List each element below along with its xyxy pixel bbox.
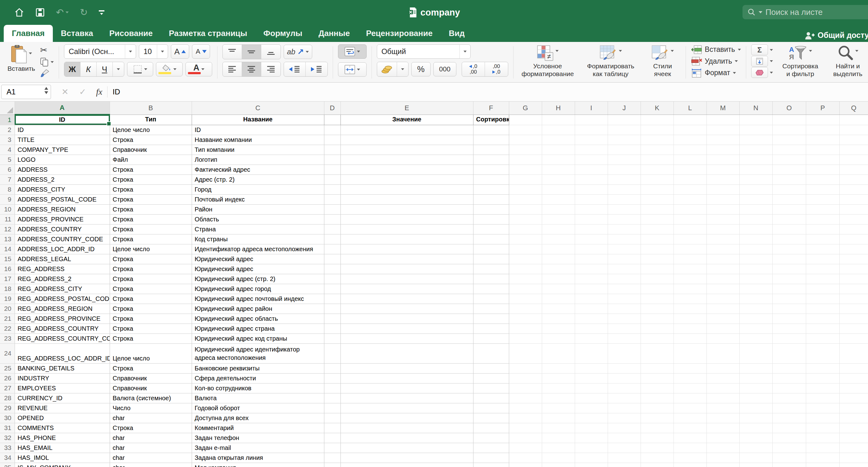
cell[interactable]	[324, 155, 340, 165]
cell[interactable]	[641, 155, 674, 165]
cell[interactable]	[608, 155, 641, 165]
cell[interactable]	[839, 174, 868, 185]
cell[interactable]	[542, 433, 575, 443]
cell[interactable]: Число	[110, 403, 192, 413]
cell[interactable]	[839, 294, 868, 304]
cell[interactable]	[707, 114, 739, 125]
cell[interactable]	[674, 373, 707, 383]
number-format-caret[interactable]	[460, 45, 470, 58]
cell[interactable]	[608, 135, 641, 145]
row-header[interactable]: 24	[0, 343, 14, 363]
row-header[interactable]: 11	[0, 214, 14, 224]
column-header[interactable]: L	[674, 102, 707, 114]
cell[interactable]: HAS_IMOL	[14, 453, 110, 463]
cell[interactable]: Целое число	[110, 244, 192, 254]
cell[interactable]	[324, 423, 340, 433]
cell[interactable]	[674, 433, 707, 443]
cell[interactable]	[641, 423, 674, 433]
row-header[interactable]: 3	[0, 135, 14, 145]
cell[interactable]	[608, 174, 641, 185]
cell[interactable]	[575, 204, 608, 214]
cell[interactable]	[542, 443, 575, 453]
cell[interactable]	[739, 254, 772, 264]
cell[interactable]	[542, 264, 575, 274]
cell[interactable]	[542, 204, 575, 214]
cell[interactable]	[739, 443, 772, 453]
cell[interactable]	[340, 403, 473, 413]
cell[interactable]	[674, 403, 707, 413]
cell[interactable]	[641, 185, 674, 194]
cell[interactable]: char	[110, 453, 192, 463]
cell[interactable]	[509, 114, 542, 125]
cell[interactable]	[739, 224, 772, 234]
cell[interactable]	[473, 264, 509, 274]
cell[interactable]: REG_ADDRESS_PROVINCE	[14, 313, 110, 324]
cell[interactable]	[641, 343, 674, 363]
cell[interactable]	[575, 224, 608, 234]
cell[interactable]	[641, 114, 674, 125]
cell[interactable]	[839, 185, 868, 194]
cell[interactable]	[324, 264, 340, 274]
cell[interactable]	[608, 185, 641, 194]
cell[interactable]: Код страны	[192, 234, 324, 244]
cell[interactable]	[473, 234, 509, 244]
cell[interactable]: Справочник	[110, 145, 192, 155]
ribbon-tab[interactable]: Главная	[4, 25, 53, 42]
cell[interactable]	[707, 343, 739, 363]
cell[interactable]	[575, 313, 608, 324]
row-header[interactable]: 16	[0, 264, 14, 274]
cell[interactable]	[340, 423, 473, 433]
cell[interactable]	[608, 244, 641, 254]
cell[interactable]	[707, 254, 739, 264]
cell[interactable]	[739, 135, 772, 145]
row-header[interactable]: 15	[0, 254, 14, 264]
cell[interactable]	[806, 185, 839, 194]
fill-down-caret[interactable]	[770, 60, 773, 62]
cell[interactable]	[739, 304, 772, 313]
cell[interactable]: INDUSTRY	[14, 373, 110, 383]
cell[interactable]	[839, 453, 868, 463]
cell[interactable]: Задана открытая линия	[192, 453, 324, 463]
cell[interactable]: Тип	[110, 114, 192, 125]
cell[interactable]	[575, 254, 608, 264]
cell[interactable]	[340, 294, 473, 304]
cell[interactable]: REG_ADDRESS_POSTAL_CODE	[14, 294, 110, 304]
borders-caret[interactable]	[144, 68, 147, 70]
cell[interactable]: Название	[192, 114, 324, 125]
cell[interactable]	[509, 155, 542, 165]
cell[interactable]	[707, 393, 739, 403]
row-header[interactable]: 35	[0, 463, 14, 467]
cell[interactable]	[839, 284, 868, 294]
cell[interactable]	[608, 254, 641, 264]
cell[interactable]	[839, 313, 868, 324]
cell[interactable]: COMMENTS	[14, 423, 110, 433]
column-header[interactable]: P	[806, 102, 839, 114]
cell[interactable]	[473, 214, 509, 224]
cell[interactable]	[839, 363, 868, 373]
cell[interactable]	[509, 145, 542, 155]
cell[interactable]	[806, 244, 839, 254]
cell[interactable]	[707, 383, 739, 393]
cell[interactable]	[473, 155, 509, 165]
cell[interactable]: Строка	[110, 174, 192, 185]
cell[interactable]	[641, 135, 674, 145]
cell[interactable]: CURRENCY_ID	[14, 393, 110, 403]
font-name-caret[interactable]	[125, 45, 136, 58]
cell[interactable]	[608, 453, 641, 463]
cell[interactable]	[806, 403, 839, 413]
cell[interactable]: Юридический адрес	[192, 254, 324, 264]
cell[interactable]	[839, 413, 868, 423]
font-size-caret[interactable]	[157, 45, 168, 58]
cell[interactable]: Годовой оборот	[192, 403, 324, 413]
cell[interactable]	[839, 264, 868, 274]
cell[interactable]	[739, 313, 772, 324]
cell[interactable]	[509, 185, 542, 194]
cell[interactable]: Строка	[110, 423, 192, 433]
cell[interactable]	[674, 453, 707, 463]
cell[interactable]	[806, 284, 839, 294]
cell[interactable]: Кол-во сотрудников	[192, 383, 324, 393]
cell[interactable]: char	[110, 463, 192, 467]
cell[interactable]	[707, 224, 739, 234]
column-header[interactable]: K	[641, 102, 674, 114]
format-cells-caret[interactable]	[733, 72, 736, 74]
